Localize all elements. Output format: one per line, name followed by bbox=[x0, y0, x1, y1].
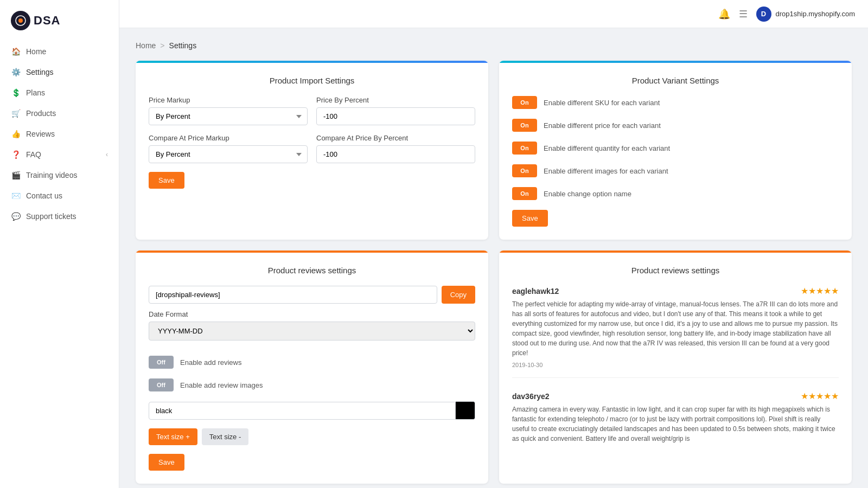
compare-at-percent-group: Compare At Price By Percent bbox=[316, 134, 475, 163]
sidebar-item-reviews[interactable]: 👍 Reviews bbox=[0, 124, 119, 144]
sidebar-item-training[interactable]: 🎬 Training videos bbox=[0, 165, 119, 185]
breadcrumb-current: Settings bbox=[169, 41, 197, 50]
sidebar-item-label: Products bbox=[26, 109, 56, 118]
price-by-percent-label: Price By Percent bbox=[316, 96, 475, 104]
reviews-icon: 👍 bbox=[11, 129, 21, 139]
reviews-code-input[interactable] bbox=[149, 286, 437, 304]
reviews-save-button[interactable]: Save bbox=[149, 454, 184, 471]
review-text: The perfect vehicle for adapting my wide… bbox=[512, 299, 839, 358]
text-size-plus-button[interactable]: Text size + bbox=[149, 428, 197, 445]
toggle-option[interactable]: On bbox=[512, 187, 537, 200]
review-username: dav36rye2 bbox=[512, 392, 550, 401]
toggle-enable-reviews-label: Enable add reviews bbox=[180, 358, 241, 367]
price-markup-row: Price Markup By Percent Fixed Amount Pri… bbox=[149, 96, 475, 125]
reviews-input-row: Copy bbox=[149, 286, 475, 304]
color-swatch[interactable] bbox=[456, 401, 475, 420]
variant-save-button[interactable]: Save bbox=[512, 210, 548, 227]
ticket-icon: 💬 bbox=[11, 211, 21, 221]
product-import-card: Product Import Settings Price Markup By … bbox=[136, 61, 488, 240]
review-header: dav36rye2 ★★★★★ bbox=[512, 391, 839, 401]
review-divider bbox=[512, 377, 839, 378]
sidebar-item-support[interactable]: 💬 Support tickets bbox=[0, 206, 119, 227]
chevron-icon: ‹ bbox=[106, 151, 108, 158]
sidebar-item-settings[interactable]: ⚙️ Settings bbox=[0, 62, 119, 82]
store-name: drop1ship.myshopify.com bbox=[776, 10, 855, 18]
date-format-select[interactable]: YYYY-MM-DD MM-DD-YYYY DD-MM-YYYY bbox=[149, 322, 475, 341]
toggle-enable-reviews[interactable]: Off bbox=[149, 356, 174, 369]
toggle-row-option: On Enable change option name bbox=[512, 187, 839, 200]
review-text: Amazing camera in every way. Fantastic i… bbox=[512, 404, 839, 444]
product-reviews-title: Product reviews settings bbox=[149, 266, 475, 275]
toggle-price[interactable]: On bbox=[512, 119, 537, 132]
compare-at-percent-label: Compare At Price By Percent bbox=[316, 134, 475, 142]
date-format-label: Date Format bbox=[149, 310, 475, 318]
compare-at-percent-input[interactable] bbox=[316, 145, 475, 163]
toggle-quantity[interactable]: On bbox=[512, 142, 537, 155]
toggle-row-images: On Enable different images for each vari… bbox=[512, 164, 839, 177]
dollar-icon: 💲 bbox=[11, 88, 21, 98]
color-row bbox=[149, 401, 475, 420]
price-by-percent-input[interactable] bbox=[316, 107, 475, 125]
price-by-percent-group: Price By Percent bbox=[316, 96, 475, 125]
logo: DSA bbox=[0, 5, 119, 41]
review-item: dav36rye2 ★★★★★ Amazing camera in every … bbox=[512, 391, 839, 444]
bell-icon[interactable]: 🔔 bbox=[718, 8, 730, 20]
text-size-row: Text size + Text size - bbox=[149, 428, 475, 445]
sidebar-item-label: Settings bbox=[26, 68, 54, 76]
product-variant-card: Product Variant Settings On Enable diffe… bbox=[499, 61, 852, 240]
product-import-save-button[interactable]: Save bbox=[149, 172, 184, 189]
breadcrumb-sep: > bbox=[160, 41, 164, 50]
compare-at-select[interactable]: By Percent Fixed Amount bbox=[149, 145, 308, 163]
logo-text: DSA bbox=[34, 14, 60, 28]
sidebar-item-label: Support tickets bbox=[26, 212, 76, 221]
review-date: 2019-10-30 bbox=[512, 362, 542, 368]
sidebar-item-plans[interactable]: 💲 Plans bbox=[0, 82, 119, 103]
sidebar-item-home[interactable]: 🏠 Home bbox=[0, 41, 119, 62]
reviews-preview-card: Product reviews settings eaglehawk12 ★★★… bbox=[499, 251, 852, 484]
toggle-price-label: Enable different price for each variant bbox=[544, 121, 661, 130]
toggle-row-enable-images: Off Enable add review images bbox=[149, 378, 475, 391]
price-markup-label: Price Markup bbox=[149, 96, 308, 104]
settings-icon: ⚙️ bbox=[11, 67, 21, 77]
sidebar: DSA 🏠 Home ⚙️ Settings 💲 Plans 🛒 Product… bbox=[0, 0, 119, 488]
review-username: eaglehawk12 bbox=[512, 287, 559, 296]
products-icon: 🛒 bbox=[11, 108, 21, 118]
sidebar-item-label: Contact us bbox=[26, 191, 62, 200]
compare-at-group: Compare At Price Markup By Percent Fixed… bbox=[149, 134, 308, 163]
copy-button[interactable]: Copy bbox=[442, 286, 475, 304]
compare-at-row: Compare At Price Markup By Percent Fixed… bbox=[149, 134, 475, 163]
toggle-quantity-label: Enable different quantity for each varia… bbox=[544, 144, 670, 152]
video-icon: 🎬 bbox=[11, 170, 21, 180]
header: 🔔 ☰ D drop1ship.myshopify.com bbox=[119, 0, 868, 28]
breadcrumb: Home > Settings bbox=[136, 41, 852, 50]
product-import-title: Product Import Settings bbox=[149, 76, 475, 85]
reviews-preview: Product reviews settings eaglehawk12 ★★★… bbox=[499, 253, 852, 459]
sidebar-item-faq[interactable]: ❓ FAQ ‹ bbox=[0, 144, 119, 165]
faq-icon: ❓ bbox=[11, 150, 21, 159]
sidebar-item-contact[interactable]: ✉️ Contact us bbox=[0, 185, 119, 206]
store-info: D drop1ship.myshopify.com bbox=[756, 7, 855, 22]
sidebar-item-label: FAQ bbox=[26, 150, 41, 159]
toggle-enable-images[interactable]: Off bbox=[149, 378, 174, 391]
avatar: D bbox=[756, 7, 771, 22]
breadcrumb-home[interactable]: Home bbox=[136, 41, 156, 50]
toggle-sku-label: Enable different SKU for each variant bbox=[544, 99, 660, 107]
review-stars: ★★★★★ bbox=[801, 286, 839, 296]
toggle-sku[interactable]: On bbox=[512, 96, 537, 109]
toggle-row-enable-reviews: Off Enable add reviews bbox=[149, 356, 475, 369]
product-reviews-card: Product reviews settings Copy Date Forma… bbox=[136, 251, 488, 484]
toggle-row-quantity: On Enable different quantity for each va… bbox=[512, 142, 839, 155]
toggle-images[interactable]: On bbox=[512, 164, 537, 177]
toggle-enable-images-label: Enable add review images bbox=[180, 381, 263, 389]
review-stars: ★★★★★ bbox=[801, 391, 839, 401]
menu-icon[interactable]: ☰ bbox=[739, 8, 748, 20]
sidebar-item-label: Training videos bbox=[26, 171, 77, 179]
price-markup-select[interactable]: By Percent Fixed Amount bbox=[149, 107, 308, 125]
color-input[interactable] bbox=[149, 402, 456, 420]
toggle-row-sku: On Enable different SKU for each variant bbox=[512, 96, 839, 109]
svg-point-1 bbox=[18, 18, 23, 23]
sidebar-item-label: Plans bbox=[26, 88, 45, 97]
date-format-group: Date Format YYYY-MM-DD MM-DD-YYYY DD-MM-… bbox=[149, 310, 475, 349]
sidebar-item-products[interactable]: 🛒 Products bbox=[0, 103, 119, 124]
text-size-minus-button[interactable]: Text size - bbox=[202, 428, 249, 445]
